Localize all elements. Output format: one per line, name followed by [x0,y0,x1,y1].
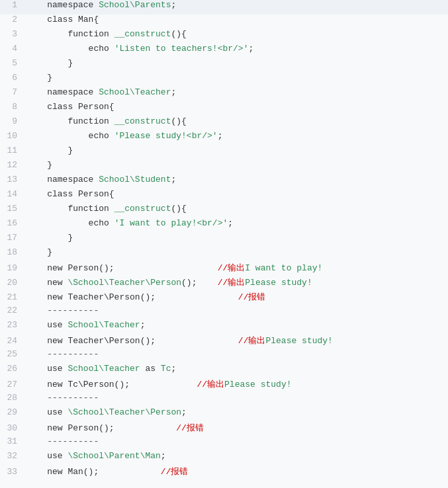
code-token-namespace: Tc [161,364,171,374]
code-token-namespace: School\Parents [99,0,171,10]
line-number: 5 [0,58,26,68]
code-token-plain: namespace [26,0,99,10]
line-number: 2 [0,15,26,24]
line-number: 29 [0,407,26,417]
line-content: namespace School\Teacher; [26,87,448,97]
code-line: 29 use \School\Teacher\Person; [0,407,448,422]
code-token-namespace: __construct [114,204,171,214]
line-number: 18 [0,247,26,257]
code-line: 25 ---------- [0,349,448,364]
code-line: 32 use \School\Parent\Man; [0,451,448,466]
line-content: new Tc\Person(); //输出Please study! [26,378,448,390]
line-content: namespace School\Student; [26,175,448,184]
code-token-plain: ; [161,451,166,461]
code-token-namespace: \School\Teacher\Person [67,407,181,417]
code-token-comment-text: Please study! [245,278,312,288]
code-line: 20 new \School\Teacher\Person(); //输出Ple… [0,276,448,291]
code-line: 2 class Man{ [0,15,448,29]
code-line: 30 new Person(); //报错 [0,422,448,436]
line-number: 9 [0,116,26,126]
line-content: new \School\Teacher\Person(); //输出Please… [26,276,448,288]
line-content: use \School\Teacher\Person; [26,407,448,417]
code-line: 19 new Person(); //输出I want to play! [0,262,448,276]
code-token-plain: (); [181,278,218,288]
code-editor: 1 namespace School\Parents;2 class Man{3… [0,0,448,488]
line-number: 28 [0,393,26,403]
code-line: 8 class Person{ [0,102,448,116]
code-token-comment-label: //报错 [238,292,266,302]
line-number: 32 [0,451,26,461]
line-number: 26 [0,364,26,374]
code-line: 24 new Teacher\Person(); //输出Please stud… [0,335,448,349]
line-content: use School\Teacher as Tc; [26,364,448,374]
code-token-plain: new [26,278,67,288]
code-token-comment-text: Please study! [265,336,332,346]
code-token-plain: } [26,145,73,155]
line-content: ---------- [26,349,448,359]
code-token-plain: function [26,204,114,214]
code-line: 18 } [0,247,448,262]
code-token-plain: ; [228,218,233,228]
code-token-plain: } [26,247,52,257]
line-number: 20 [0,278,26,288]
line-content: class Person{ [26,102,448,112]
code-token-plain: ; [171,175,176,184]
line-number: 22 [0,305,26,315]
code-line: 9 function __construct(){ [0,116,448,131]
line-content: use School\Teacher; [26,320,448,330]
line-number: 11 [0,145,26,155]
line-number: 23 [0,320,26,330]
line-content: ---------- [26,393,448,403]
code-line: 6 } [0,73,448,87]
line-content: } [26,233,448,243]
code-token-plain: function [26,116,114,126]
code-line: 26 use School\Teacher as Tc; [0,364,448,378]
code-token-plain: ; [248,44,253,54]
line-content: namespace School\Parents; [26,0,448,10]
line-content: new Man(); //报错 [26,466,448,477]
code-token-plain: namespace [26,87,99,97]
code-line: 31 ---------- [0,436,448,451]
line-content: function __construct(){ [26,204,448,214]
line-content: echo 'I want to play!<br/>'; [26,218,448,228]
line-content: class Man{ [26,15,448,24]
code-token-plain: (){ [171,29,186,39]
line-number: 6 [0,73,26,83]
code-line: 27 new Tc\Person(); //输出Please study! [0,378,448,393]
line-content: } [26,247,448,257]
code-token-namespace: __construct [114,29,171,39]
code-line: 22 ---------- [0,305,448,320]
code-token-comment-label: //输出 [238,336,266,346]
code-token-dash: ---------- [26,349,99,359]
code-token-plain: ; [171,87,176,97]
line-content: use \School\Parent\Man; [26,451,448,461]
code-line: 13 namespace School\Student; [0,175,448,189]
line-number: 16 [0,218,26,228]
code-token-comment-text: Please study! [224,380,291,389]
code-token-plain: ; [171,364,176,374]
code-token-plain: echo [26,218,114,228]
code-token-plain: function [26,29,114,39]
code-token-comment-label: //输出 [218,263,246,273]
code-token-string: 'I want to play!<br/>' [114,218,228,228]
line-number: 33 [0,467,26,477]
line-number: 7 [0,87,26,97]
line-content: function __construct(){ [26,116,448,126]
code-line: 4 echo 'Listen to teachers!<br/>'; [0,44,448,58]
code-token-comment-label: //输出 [218,278,246,288]
line-content: ---------- [26,436,448,446]
line-content: } [26,145,448,155]
code-token-namespace: \School\Teacher\Person [67,278,181,288]
code-token-string: 'Please study!<br/>' [114,131,218,141]
line-number: 3 [0,29,26,39]
line-content: new Teacher\Person(); //输出Please study! [26,335,448,346]
code-line: 5 } [0,58,448,73]
line-number: 1 [0,0,26,10]
code-line: 10 echo 'Please study!<br/>'; [0,131,448,145]
line-content: } [26,73,448,83]
line-content: } [26,58,448,68]
code-token-plain: new Person(); [26,263,218,273]
line-number: 14 [0,189,26,199]
code-token-plain: as [140,364,161,374]
line-number: 17 [0,233,26,243]
